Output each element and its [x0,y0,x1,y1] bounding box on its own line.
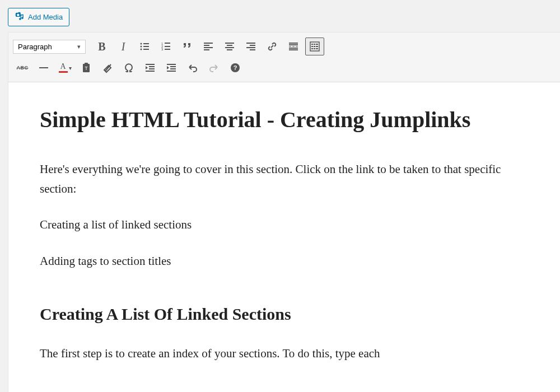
svg-rect-25 [289,44,298,45]
svg-rect-38 [311,48,313,49]
redo-button[interactable] [204,59,223,77]
editor-content[interactable]: Simple HTML Tutorial - Creating Jumplink… [8,82,560,392]
read-more-button[interactable] [284,38,303,55]
text-color-button[interactable]: A ▾ [55,59,74,77]
special-character-button[interactable] [119,59,138,77]
svg-rect-28 [296,46,298,47]
svg-rect-16 [225,43,234,44]
svg-rect-44 [146,64,155,65]
svg-point-0 [141,43,142,45]
blockquote-button[interactable] [178,38,197,55]
svg-rect-17 [227,45,232,46]
editor-container: Paragraph B I 123 [8,32,560,392]
top-bar: Add Media [0,0,560,32]
svg-rect-49 [170,66,176,67]
editor-toolbar: Paragraph B I 123 [8,32,560,82]
toolbar-row-1: Paragraph B I 123 [13,36,556,57]
svg-rect-7 [165,43,170,44]
clear-formatting-button[interactable] [98,59,117,77]
camera-music-icon [15,11,25,23]
content-paragraph: Here's everything we're going to cover i… [40,160,529,198]
svg-rect-46 [149,68,155,69]
svg-rect-23 [250,49,255,50]
toolbar-row-2: ABC A ▾ T [13,57,556,78]
text-color-icon: A [59,63,68,73]
format-dropdown-label: Paragraph [18,43,52,51]
svg-rect-47 [146,71,155,72]
svg-rect-14 [204,47,213,48]
svg-text:?: ? [234,64,237,71]
svg-rect-3 [143,46,149,47]
svg-rect-51 [167,71,176,72]
svg-text:T: T [85,66,88,71]
svg-rect-21 [250,45,255,46]
svg-rect-26 [289,46,291,47]
horizontal-rule-button[interactable] [34,59,53,77]
svg-rect-45 [149,66,155,67]
svg-rect-39 [314,48,315,49]
svg-rect-32 [311,44,313,45]
bold-button[interactable]: B [92,38,111,55]
svg-rect-29 [289,48,298,49]
strikethrough-button[interactable]: ABC [13,59,32,77]
add-media-label: Add Media [28,13,63,21]
content-heading-2: Creating A List Of Linked Sections [40,305,529,324]
content-paragraph: Adding tags to section titles [40,251,529,271]
svg-rect-22 [246,47,255,48]
svg-rect-9 [165,46,170,47]
svg-rect-1 [143,43,149,44]
svg-rect-15 [204,49,209,50]
bullet-list-button[interactable] [135,38,154,55]
numbered-list-button[interactable]: 123 [156,38,175,55]
content-paragraph: Creating a list of linked sections [40,215,529,235]
svg-rect-37 [316,46,318,47]
italic-button[interactable]: I [114,38,133,55]
svg-rect-42 [85,63,88,64]
svg-rect-30 [289,49,298,50]
svg-rect-24 [289,43,298,44]
indent-button[interactable] [162,59,181,77]
format-dropdown[interactable]: Paragraph [13,40,86,54]
paste-as-text-button[interactable]: T [77,59,96,77]
svg-rect-33 [314,44,315,45]
chevron-down-icon: ▾ [69,65,72,71]
svg-rect-36 [314,46,315,47]
svg-rect-48 [167,64,176,65]
svg-rect-19 [227,49,232,50]
align-left-button[interactable] [199,38,218,55]
svg-rect-12 [204,43,213,44]
svg-rect-18 [225,47,234,48]
help-button[interactable]: ? [226,59,245,77]
svg-point-4 [141,49,142,50]
svg-rect-27 [292,46,295,47]
content-heading-1: Simple HTML Tutorial - Creating Jumplink… [40,107,529,133]
svg-rect-50 [170,68,176,69]
svg-rect-40 [316,48,318,49]
svg-rect-34 [316,44,318,45]
align-right-button[interactable] [241,38,260,55]
svg-rect-20 [246,43,255,44]
content-paragraph: The first step is to create an index of … [40,344,529,363]
undo-button[interactable] [183,59,202,77]
add-media-button[interactable]: Add Media [8,8,69,26]
svg-rect-11 [165,49,170,50]
toolbar-toggle-button[interactable] [305,38,324,55]
svg-rect-35 [311,46,313,47]
outdent-button[interactable] [141,59,160,77]
link-button[interactable] [263,38,282,55]
svg-rect-5 [143,49,149,50]
svg-point-2 [141,46,142,48]
align-center-button[interactable] [220,38,239,55]
svg-rect-13 [204,45,209,46]
svg-text:3: 3 [161,48,164,51]
